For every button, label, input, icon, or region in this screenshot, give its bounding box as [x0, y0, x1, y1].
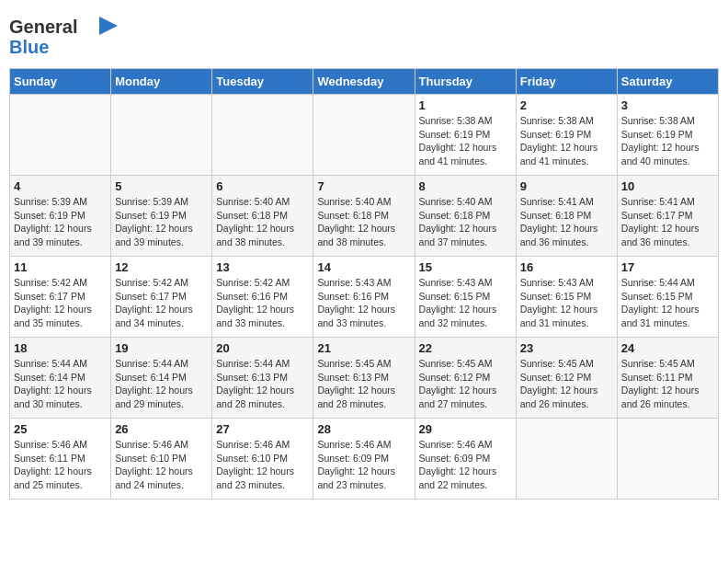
day-cell: 9Sunrise: 5:41 AM Sunset: 6:18 PM Daylig… — [516, 176, 617, 257]
day-number: 19 — [115, 341, 208, 355]
day-number: 5 — [115, 179, 208, 193]
day-cell: 26Sunrise: 5:46 AM Sunset: 6:10 PM Dayli… — [111, 419, 212, 500]
day-number: 26 — [115, 422, 208, 436]
day-number: 8 — [419, 179, 512, 193]
day-info: Sunrise: 5:42 AM Sunset: 6:17 PM Dayligh… — [115, 276, 208, 330]
day-info: Sunrise: 5:40 AM Sunset: 6:18 PM Dayligh… — [216, 195, 309, 249]
day-cell: 5Sunrise: 5:39 AM Sunset: 6:19 PM Daylig… — [111, 176, 212, 257]
day-cell: 4Sunrise: 5:39 AM Sunset: 6:19 PM Daylig… — [10, 176, 111, 257]
day-number: 17 — [621, 260, 714, 274]
day-number: 27 — [216, 422, 309, 436]
day-number: 3 — [621, 98, 714, 112]
svg-text:General: General — [9, 17, 77, 37]
day-number: 11 — [14, 260, 107, 274]
weekday-header-monday: Monday — [111, 69, 212, 95]
day-cell — [111, 95, 212, 176]
day-cell: 1Sunrise: 5:38 AM Sunset: 6:19 PM Daylig… — [415, 95, 516, 176]
day-info: Sunrise: 5:41 AM Sunset: 6:18 PM Dayligh… — [520, 195, 613, 249]
day-info: Sunrise: 5:46 AM Sunset: 6:09 PM Dayligh… — [419, 438, 512, 492]
day-cell: 8Sunrise: 5:40 AM Sunset: 6:18 PM Daylig… — [415, 176, 516, 257]
logo-text: General Blue — [9, 13, 119, 61]
day-info: Sunrise: 5:38 AM Sunset: 6:19 PM Dayligh… — [520, 114, 613, 168]
day-number: 28 — [317, 422, 410, 436]
day-cell: 6Sunrise: 5:40 AM Sunset: 6:18 PM Daylig… — [212, 176, 313, 257]
week-row-5: 25Sunrise: 5:46 AM Sunset: 6:11 PM Dayli… — [10, 419, 719, 500]
day-info: Sunrise: 5:42 AM Sunset: 6:16 PM Dayligh… — [216, 276, 309, 330]
day-number: 21 — [317, 341, 410, 355]
day-number: 1 — [419, 98, 512, 112]
day-info: Sunrise: 5:39 AM Sunset: 6:19 PM Dayligh… — [14, 195, 107, 249]
day-cell: 14Sunrise: 5:43 AM Sunset: 6:16 PM Dayli… — [313, 257, 415, 338]
day-number: 10 — [621, 179, 714, 193]
day-info: Sunrise: 5:39 AM Sunset: 6:19 PM Dayligh… — [115, 195, 208, 249]
day-cell — [617, 419, 718, 500]
day-cell: 25Sunrise: 5:46 AM Sunset: 6:11 PM Dayli… — [10, 419, 111, 500]
weekday-header-wednesday: Wednesday — [313, 69, 415, 95]
svg-marker-1 — [99, 17, 118, 35]
day-cell — [10, 95, 111, 176]
day-cell: 28Sunrise: 5:46 AM Sunset: 6:09 PM Dayli… — [313, 419, 415, 500]
logo: General Blue — [9, 13, 119, 61]
day-number: 12 — [115, 260, 208, 274]
day-number: 25 — [14, 422, 107, 436]
day-number: 15 — [419, 260, 512, 274]
day-number: 2 — [520, 98, 613, 112]
day-number: 18 — [14, 341, 107, 355]
calendar-table: SundayMondayTuesdayWednesdayThursdayFrid… — [9, 68, 719, 500]
day-info: Sunrise: 5:45 AM Sunset: 6:12 PM Dayligh… — [520, 357, 613, 411]
day-cell: 7Sunrise: 5:40 AM Sunset: 6:18 PM Daylig… — [313, 176, 415, 257]
day-cell: 24Sunrise: 5:45 AM Sunset: 6:11 PM Dayli… — [617, 338, 718, 419]
day-info: Sunrise: 5:42 AM Sunset: 6:17 PM Dayligh… — [14, 276, 107, 330]
day-cell: 2Sunrise: 5:38 AM Sunset: 6:19 PM Daylig… — [516, 95, 617, 176]
day-info: Sunrise: 5:38 AM Sunset: 6:19 PM Dayligh… — [419, 114, 512, 168]
day-number: 23 — [520, 341, 613, 355]
weekday-header-row: SundayMondayTuesdayWednesdayThursdayFrid… — [10, 69, 719, 95]
day-info: Sunrise: 5:44 AM Sunset: 6:14 PM Dayligh… — [115, 357, 208, 411]
day-cell — [313, 95, 415, 176]
day-cell: 20Sunrise: 5:44 AM Sunset: 6:13 PM Dayli… — [212, 338, 313, 419]
day-info: Sunrise: 5:44 AM Sunset: 6:13 PM Dayligh… — [216, 357, 309, 411]
day-cell: 12Sunrise: 5:42 AM Sunset: 6:17 PM Dayli… — [111, 257, 212, 338]
day-number: 29 — [419, 422, 512, 436]
page-header: General Blue — [9, 9, 719, 61]
logo-svg: General Blue — [9, 13, 119, 57]
day-info: Sunrise: 5:44 AM Sunset: 6:14 PM Dayligh… — [14, 357, 107, 411]
day-cell: 3Sunrise: 5:38 AM Sunset: 6:19 PM Daylig… — [617, 95, 718, 176]
day-info: Sunrise: 5:43 AM Sunset: 6:16 PM Dayligh… — [317, 276, 410, 330]
day-cell: 17Sunrise: 5:44 AM Sunset: 6:15 PM Dayli… — [617, 257, 718, 338]
day-cell: 22Sunrise: 5:45 AM Sunset: 6:12 PM Dayli… — [415, 338, 516, 419]
day-info: Sunrise: 5:40 AM Sunset: 6:18 PM Dayligh… — [419, 195, 512, 249]
day-number: 9 — [520, 179, 613, 193]
weekday-header-tuesday: Tuesday — [212, 69, 313, 95]
day-info: Sunrise: 5:45 AM Sunset: 6:11 PM Dayligh… — [621, 357, 714, 411]
day-cell: 29Sunrise: 5:46 AM Sunset: 6:09 PM Dayli… — [415, 419, 516, 500]
weekday-header-sunday: Sunday — [10, 69, 111, 95]
week-row-4: 18Sunrise: 5:44 AM Sunset: 6:14 PM Dayli… — [10, 338, 719, 419]
day-number: 13 — [216, 260, 309, 274]
day-number: 14 — [317, 260, 410, 274]
svg-text:Blue: Blue — [9, 37, 49, 57]
day-cell: 16Sunrise: 5:43 AM Sunset: 6:15 PM Dayli… — [516, 257, 617, 338]
weekday-header-friday: Friday — [516, 69, 617, 95]
day-info: Sunrise: 5:45 AM Sunset: 6:12 PM Dayligh… — [419, 357, 512, 411]
day-info: Sunrise: 5:46 AM Sunset: 6:10 PM Dayligh… — [115, 438, 208, 492]
day-number: 7 — [317, 179, 410, 193]
week-row-2: 4Sunrise: 5:39 AM Sunset: 6:19 PM Daylig… — [10, 176, 719, 257]
day-cell: 27Sunrise: 5:46 AM Sunset: 6:10 PM Dayli… — [212, 419, 313, 500]
weekday-header-thursday: Thursday — [415, 69, 516, 95]
day-info: Sunrise: 5:46 AM Sunset: 6:11 PM Dayligh… — [14, 438, 107, 492]
day-info: Sunrise: 5:41 AM Sunset: 6:17 PM Dayligh… — [621, 195, 714, 249]
day-cell: 21Sunrise: 5:45 AM Sunset: 6:13 PM Dayli… — [313, 338, 415, 419]
day-cell: 15Sunrise: 5:43 AM Sunset: 6:15 PM Dayli… — [415, 257, 516, 338]
day-number: 24 — [621, 341, 714, 355]
day-number: 6 — [216, 179, 309, 193]
day-cell — [212, 95, 313, 176]
day-cell: 19Sunrise: 5:44 AM Sunset: 6:14 PM Dayli… — [111, 338, 212, 419]
day-cell: 11Sunrise: 5:42 AM Sunset: 6:17 PM Dayli… — [10, 257, 111, 338]
week-row-3: 11Sunrise: 5:42 AM Sunset: 6:17 PM Dayli… — [10, 257, 719, 338]
day-info: Sunrise: 5:46 AM Sunset: 6:09 PM Dayligh… — [317, 438, 410, 492]
day-info: Sunrise: 5:45 AM Sunset: 6:13 PM Dayligh… — [317, 357, 410, 411]
day-cell: 18Sunrise: 5:44 AM Sunset: 6:14 PM Dayli… — [10, 338, 111, 419]
day-info: Sunrise: 5:46 AM Sunset: 6:10 PM Dayligh… — [216, 438, 309, 492]
day-info: Sunrise: 5:43 AM Sunset: 6:15 PM Dayligh… — [419, 276, 512, 330]
